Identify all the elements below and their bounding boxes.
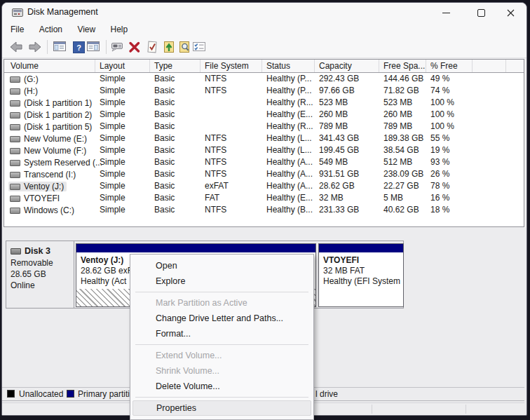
table-row[interactable]: (H:) Simple Basic NTFS Healthy (P... 97.… — [4, 85, 524, 97]
cell-layout: Simple — [95, 73, 150, 85]
close-button[interactable] — [495, 3, 526, 22]
cell-pct-free: 93 % — [426, 156, 473, 168]
column-status[interactable]: Status — [262, 60, 315, 72]
action-pane-icon[interactable] — [86, 40, 100, 54]
menu-file[interactable]: File — [4, 22, 30, 37]
minimize-button[interactable] — [430, 3, 462, 22]
table-row[interactable]: Windows (C:) Simple Basic NTFS Healthy (… — [4, 204, 524, 216]
column-volume[interactable]: Volume — [4, 60, 95, 72]
cell-file-system: NTFS — [201, 133, 262, 144]
menu-item-format[interactable]: Format... — [130, 326, 313, 341]
partition-status: Healthy (EFI System — [323, 276, 400, 287]
cell-layout: Simple — [95, 133, 150, 144]
table-row[interactable]: (Disk 1 partition 5) Simple Basic Health… — [4, 121, 524, 133]
folder-up-icon[interactable] — [162, 40, 176, 54]
table-header: Volume Layout Type File System Status Ca… — [4, 60, 524, 73]
table-row[interactable]: New Volume (F:) Simple Basic NTFS Health… — [4, 144, 524, 156]
volume-name: Windows (C:) — [24, 205, 74, 215]
cell-capacity: 549 MB — [315, 156, 379, 168]
cell-capacity: 931.51 GB — [315, 168, 379, 180]
table-row[interactable]: (Disk 1 partition 1) Simple Basic Health… — [4, 97, 524, 109]
cell-layout: Simple — [95, 204, 150, 216]
volume-name: Transcend (I:) — [24, 170, 76, 179]
table-row[interactable]: System Reserved (... Simple Basic NTFS H… — [4, 156, 524, 168]
column-pct-free[interactable]: % Free — [426, 60, 473, 72]
partition-info: 32 MB FAT — [323, 266, 400, 276]
disk-media-type: Removable — [11, 258, 53, 268]
column-empty — [473, 60, 506, 72]
cell-pct-free: 19 % — [426, 144, 473, 156]
legend-unallocated: Unallocated — [19, 389, 63, 399]
column-capacity[interactable]: Capacity — [315, 60, 379, 72]
table-row[interactable]: (Disk 1 partition 2) Simple Basic Health… — [4, 109, 524, 121]
cell-type: Basic — [150, 85, 201, 97]
cell-capacity: 523 MB — [315, 97, 379, 109]
menu-separator — [135, 292, 308, 292]
cell-capacity: 231.33 GB — [315, 204, 379, 216]
column-type[interactable]: Type — [150, 60, 201, 72]
cell-layout: Simple — [95, 121, 150, 133]
menu-separator — [135, 344, 308, 345]
cell-status: Healthy (R... — [262, 97, 315, 109]
checklist-icon[interactable] — [192, 40, 206, 54]
disk-capacity: 28.65 GB — [11, 269, 46, 279]
column-file-system[interactable]: File System — [201, 60, 262, 72]
menu-item-change-drive-letter[interactable]: Change Drive Letter and Paths... — [130, 311, 313, 326]
cell-pct-free: 16 % — [426, 192, 473, 204]
partition-title: VTOYEFI — [323, 255, 400, 266]
cell-pct-free: 49 % — [426, 73, 473, 85]
popup-icon[interactable] — [110, 40, 124, 54]
console-tree-icon[interactable] — [53, 40, 67, 54]
back-icon[interactable] — [9, 40, 23, 54]
forward-icon[interactable] — [28, 40, 42, 54]
cell-type: Basic — [150, 73, 201, 85]
menu-item-open[interactable]: Open — [130, 258, 313, 273]
volume-icon — [10, 100, 20, 107]
menu-item-delete-volume[interactable]: Delete Volume... — [130, 379, 313, 394]
menu-view[interactable]: View — [71, 22, 102, 37]
cell-layout: Simple — [95, 192, 150, 204]
cell-capacity: 199.45 GB — [315, 144, 379, 156]
cell-free-space: 789 MB — [379, 121, 426, 133]
maximize-icon — [477, 9, 485, 17]
table-row[interactable]: New Volume (E:) Simple Basic NTFS Health… — [4, 133, 524, 144]
volume-icon — [10, 88, 20, 95]
check-document-icon[interactable] — [145, 40, 159, 54]
volume-name: (Disk 1 partition 1) — [24, 98, 92, 108]
cell-file-system: NTFS — [201, 204, 262, 216]
cell-file-system: NTFS — [201, 144, 262, 156]
table-row[interactable]: Transcend (I:) Simple Basic NTFS Healthy… — [4, 168, 524, 180]
help-icon[interactable]: ? — [72, 40, 86, 54]
table-row[interactable]: Ventoy (J:) Simple Basic exFAT Healthy (… — [4, 180, 524, 192]
menu-bar: File Action View Help — [2, 22, 526, 37]
volume-icon — [10, 112, 20, 118]
delete-icon[interactable] — [128, 40, 142, 54]
context-menu: Open Explore Mark Partition as Active Ch… — [130, 254, 314, 420]
partition-vtoyefi[interactable]: VTOYEFI 32 MB FAT Healthy (EFI System — [318, 243, 404, 307]
toolbar-separator — [106, 40, 107, 54]
column-layout[interactable]: Layout — [95, 60, 150, 72]
primary-partition-band — [76, 244, 315, 252]
cell-file-system: NTFS — [201, 85, 262, 97]
disk-3-info-panel[interactable]: Disk 3 Removable 28.65 GB Online — [6, 241, 74, 308]
menu-action[interactable]: Action — [33, 22, 69, 37]
maximize-button[interactable] — [465, 3, 497, 22]
title-bar: Disk Management — [2, 3, 526, 22]
volume-name: (H:) — [24, 86, 38, 96]
header-filler — [506, 60, 524, 72]
menu-item-properties[interactable]: Properties — [132, 400, 311, 416]
volume-icon — [10, 196, 20, 202]
folder-search-icon[interactable] — [177, 40, 191, 54]
table-row[interactable]: VTOYEFI Simple Basic FAT Healthy (E... 3… — [4, 192, 524, 204]
menu-help[interactable]: Help — [104, 22, 135, 37]
cell-file-system: NTFS — [201, 73, 262, 85]
cell-free-space: 38.54 GB — [379, 144, 426, 156]
cell-type: Basic — [150, 192, 201, 204]
menu-item-explore[interactable]: Explore — [130, 273, 313, 289]
cell-file-system: FAT — [201, 192, 262, 204]
table-row[interactable]: (G:) Simple Basic NTFS Healthy (P... 292… — [4, 73, 524, 85]
cell-type: Basic — [150, 133, 201, 144]
cell-pct-free: 100 % — [426, 109, 473, 121]
column-free-space[interactable]: Free Spa... — [379, 60, 426, 72]
cell-status: Healthy (P... — [262, 73, 315, 85]
